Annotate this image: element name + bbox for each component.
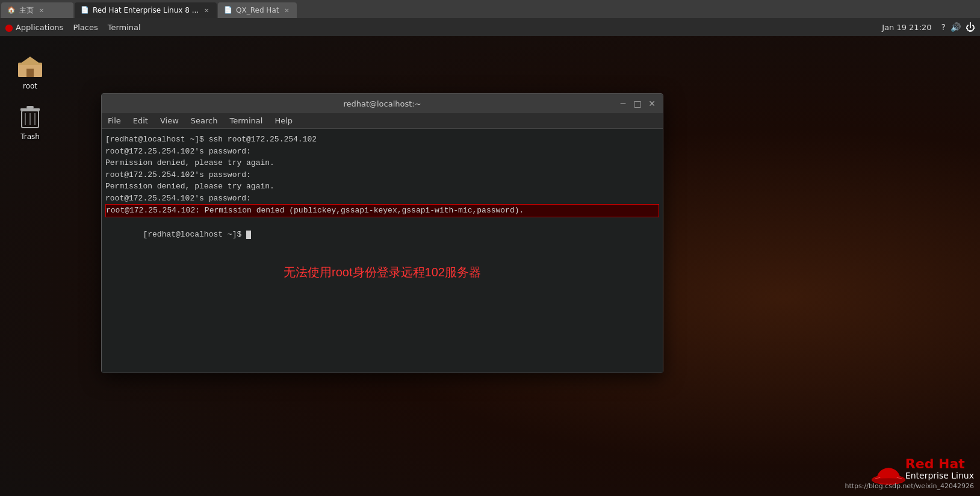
terminal-line-3: Permission denied, please try again. <box>105 157 659 169</box>
question-icon: ? <box>941 22 946 32</box>
tab-redhat[interactable]: 📄 Red Hat Enterprise Linux 8 ... ✕ <box>75 2 217 18</box>
places-label: Places <box>73 23 98 32</box>
tab-home[interactable]: 🏠 主页 ✕ <box>1 2 73 18</box>
desktop: 🏠 主页 ✕ 📄 Red Hat Enterprise Linux 8 ... … <box>0 0 980 496</box>
menu-search[interactable]: Search <box>185 113 224 128</box>
browser-tabs-bar: 🏠 主页 ✕ 📄 Red Hat Enterprise Linux 8 ... … <box>0 0 980 18</box>
terminal-line-1: [redhat@localhost ~]$ ssh root@172.25.25… <box>105 134 659 146</box>
terminal-line-5: Permission denied, please try again. <box>105 181 659 193</box>
terminal-prompt-line: [redhat@localhost ~]$ <box>105 217 659 253</box>
tab-qx[interactable]: 📄 QX_Red Hat ✕ <box>218 2 297 18</box>
tab-home-close[interactable]: ✕ <box>37 6 46 14</box>
terminal-line-6: root@172.25.254.102's password: <box>105 193 659 205</box>
terminal-prompt: [redhat@localhost ~]$ <box>143 230 246 239</box>
terminal-line-4: root@172.25.254.102's password: <box>105 169 659 181</box>
redhat-logo: Red Hat Enterprise Linux https://blog.cs… <box>845 457 974 490</box>
annotation-text: 无法使用root身份登录远程102服务器 <box>105 264 659 281</box>
redhat-tab-icon: 📄 <box>81 6 89 14</box>
redhat-brand-red: Red Hat <box>905 457 974 471</box>
gnome-topbar: ● Applications Places Terminal Jan 19 21… <box>0 18 980 36</box>
tab-redhat-close[interactable]: ✕ <box>202 6 211 14</box>
tab-qx-label: QX_Red Hat <box>236 6 279 14</box>
svg-rect-3 <box>26 69 34 77</box>
terminal-line-highlighted: root@172.25.254.102: Permission denied (… <box>105 204 659 217</box>
terminal-label: Terminal <box>108 23 141 32</box>
clock-time: Jan 19 21:20 <box>882 23 931 32</box>
minimize-button[interactable]: ─ <box>617 98 629 110</box>
tab-redhat-label: Red Hat Enterprise Linux 8 ... <box>93 6 199 14</box>
volume-icon[interactable]: 🔊 <box>951 22 961 32</box>
redhat-text-block: Red Hat Enterprise Linux <box>905 457 974 480</box>
terminal-menubar: File Edit View Search Terminal Help <box>102 113 663 129</box>
root-icon-label: root <box>23 82 37 90</box>
root-folder-icon <box>16 51 45 79</box>
cursor-block <box>246 231 251 239</box>
applications-menu[interactable]: ● Applications <box>0 22 68 33</box>
svg-rect-8 <box>20 108 40 111</box>
trash-icon-label: Trash <box>20 132 40 141</box>
trash-bin-icon <box>16 101 45 130</box>
tab-home-label: 主页 <box>19 5 34 16</box>
terminal-line-2: root@172.25.254.102's password: <box>105 146 659 158</box>
maximize-button[interactable]: □ <box>631 98 644 110</box>
menu-view[interactable]: View <box>154 113 185 128</box>
svg-marker-2 <box>18 57 42 65</box>
menu-help[interactable]: Help <box>268 113 299 128</box>
power-icon[interactable]: ⏻ <box>966 22 975 33</box>
menu-edit[interactable]: Edit <box>127 113 154 128</box>
desktop-icon-trash[interactable]: Trash <box>6 99 54 143</box>
applications-label: Applications <box>16 23 63 32</box>
desktop-icons-container: root Trash <box>0 42 60 149</box>
qx-tab-icon: 📄 <box>224 6 232 14</box>
svg-rect-9 <box>26 106 34 108</box>
desktop-icon-root[interactable]: root <box>6 48 54 93</box>
close-button[interactable]: ✕ <box>646 98 658 110</box>
clock: Jan 19 21:20 <box>882 23 931 32</box>
terminal-title: redhat@localhost:~ <box>343 99 421 108</box>
redhat-enterprise-label: Enterprise Linux <box>905 471 974 480</box>
redhat-logo-img: Red Hat Enterprise Linux <box>870 457 974 481</box>
red-hat-indicator: ● <box>5 22 13 33</box>
terminal-window: redhat@localhost:~ ─ □ ✕ File Edit View … <box>101 93 663 373</box>
menu-terminal[interactable]: Terminal <box>223 113 268 128</box>
terminal-content[interactable]: [redhat@localhost ~]$ ssh root@172.25.25… <box>102 129 663 373</box>
places-menu[interactable]: Places <box>68 23 102 32</box>
terminal-titlebar: redhat@localhost:~ ─ □ ✕ <box>102 94 663 113</box>
tab-qx-close[interactable]: ✕ <box>282 6 291 14</box>
window-controls: ─ □ ✕ <box>617 98 658 110</box>
menu-file[interactable]: File <box>102 113 127 128</box>
system-icons: ? 🔊 ⏻ <box>941 22 980 33</box>
blog-url: https://blog.csdp.net/weixin_42042926 <box>845 482 974 490</box>
home-tab-icon: 🏠 <box>7 6 16 14</box>
redhat-hat-icon <box>870 457 901 481</box>
terminal-menu[interactable]: Terminal <box>103 23 146 32</box>
